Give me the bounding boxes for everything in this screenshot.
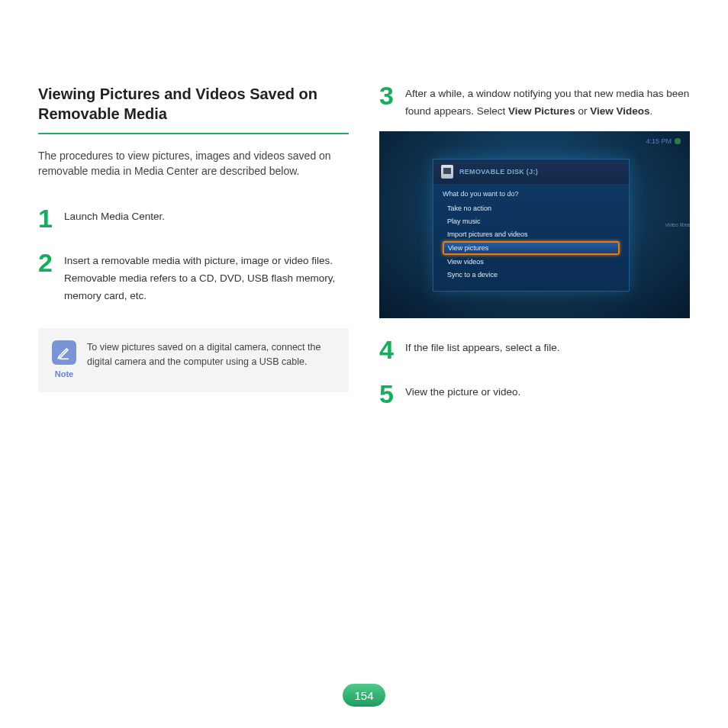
option-import[interactable]: Import pictures and videos — [443, 228, 620, 240]
step-text-line1: Insert a removable media with picture, i… — [64, 255, 333, 266]
step3-bold2: View Videos — [590, 105, 649, 117]
step-2: 2 Insert a removable media with picture,… — [38, 251, 349, 305]
pencil-note-icon — [52, 340, 76, 365]
option-take-no-action[interactable]: Take no action — [443, 202, 620, 214]
dialog-body: What do you want to do? Take no action P… — [433, 184, 629, 291]
step-body: After a while, a window notifying you th… — [405, 84, 690, 121]
step-5: 5 View the picture or video. — [379, 382, 690, 406]
step-number: 2 — [38, 251, 56, 305]
step-number: 3 — [379, 84, 398, 121]
note-icon-wrap: Note — [52, 340, 76, 378]
step-body: Launch Media Center. — [64, 207, 165, 230]
dialog-header: REMOVABLE DISK (J:) — [433, 159, 629, 184]
step3-suffix: . — [649, 105, 652, 117]
intro-text: The procedures to view pictures, images … — [38, 148, 349, 179]
step-body: If the file list appears, select a file. — [405, 338, 560, 362]
option-view-pictures[interactable]: View pictures — [443, 241, 620, 255]
page-number-badge: 154 — [343, 684, 385, 707]
step-body: Insert a removable media with picture, i… — [64, 251, 349, 305]
autoplay-dialog: REMOVABLE DISK (J:) What do you want to … — [433, 159, 630, 292]
step-number: 4 — [379, 338, 398, 362]
heading-rule — [38, 133, 349, 134]
dialog-title: REMOVABLE DISK (J:) — [459, 168, 538, 176]
option-play-music[interactable]: Play music — [443, 215, 620, 227]
clock-text: 4:15 PM — [646, 137, 672, 145]
clock: 4:15 PM — [646, 137, 681, 145]
media-center-screenshot: 4:15 PM video libra REMOVABLE DISK (J:) … — [379, 131, 690, 318]
step-body: View the picture or video. — [405, 382, 520, 406]
removable-disk-icon — [441, 165, 453, 179]
left-column: Viewing Pictures and Videos Saved on Rem… — [38, 84, 349, 427]
step3-bold1: View Pictures — [508, 105, 575, 117]
step-1: 1 Launch Media Center. — [38, 207, 349, 230]
dialog-question: What do you want to do? — [443, 190, 620, 198]
status-dot-icon — [675, 138, 681, 144]
step-text-line2: Removable media refers to a CD, DVD, USB… — [64, 272, 335, 301]
step-3: 3 After a while, a window notifying you … — [379, 84, 690, 121]
step-number: 5 — [379, 382, 398, 406]
side-label: video libra — [665, 222, 690, 227]
note-box: Note To view pictures saved on a digital… — [38, 328, 349, 392]
note-label: Note — [55, 369, 73, 378]
section-heading: Viewing Pictures and Videos Saved on Rem… — [38, 84, 349, 124]
note-text: To view pictures saved on a digital came… — [87, 340, 335, 369]
option-sync[interactable]: Sync to a device — [443, 269, 620, 281]
step-number: 1 — [38, 207, 56, 230]
right-column: 3 After a while, a window notifying you … — [379, 84, 690, 427]
step-4: 4 If the file list appears, select a fil… — [379, 338, 690, 362]
option-view-videos[interactable]: View videos — [443, 256, 620, 268]
step3-mid: or — [575, 105, 591, 117]
